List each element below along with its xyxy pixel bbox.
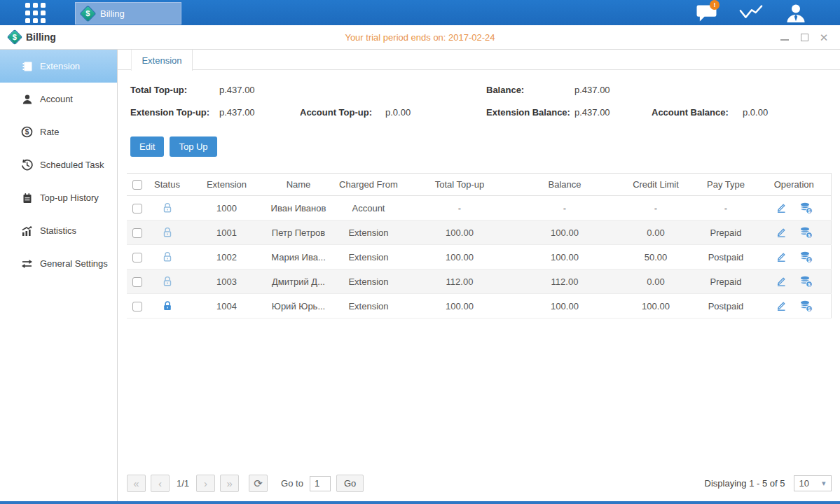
- table-row[interactable]: 1000Иван ИвановAccount----$: [127, 196, 831, 220]
- cell-charged-from: Extension: [330, 220, 407, 245]
- app-launcher-grid-icon[interactable]: [25, 3, 46, 23]
- lock-closed-icon: [162, 300, 173, 312]
- account-top-up-value: p.0.00: [385, 107, 486, 118]
- notifications-icon[interactable]: !: [694, 3, 718, 22]
- lock-open-icon: [162, 251, 173, 262]
- account-top-up-label: Account Top-up:: [300, 107, 385, 118]
- resource-monitor-icon[interactable]: [739, 3, 763, 22]
- cell-total-top-up: 112.00: [407, 270, 512, 294]
- svg-text:$: $: [808, 232, 811, 238]
- pagination-bar: « ‹ 1/1 › » ⟳ Go to Go Displaying 1 - 5 …: [127, 475, 832, 492]
- cell-balance: 100.00: [512, 220, 617, 245]
- cell-balance: 112.00: [512, 270, 617, 294]
- top-up-coins-icon[interactable]: $: [799, 300, 813, 312]
- cell-pay-type: Postpaid: [694, 294, 757, 318]
- svg-text:$: $: [25, 128, 29, 136]
- edit-button[interactable]: Edit: [130, 136, 164, 157]
- edit-pencil-icon[interactable]: [776, 300, 787, 312]
- sidebar-item-general-settings[interactable]: General Settings: [0, 247, 117, 280]
- col-status: Status: [148, 174, 186, 196]
- cell-extension: 1000: [186, 196, 267, 220]
- extension-top-up-value: p.437.00: [219, 107, 300, 118]
- person-icon: [21, 93, 33, 105]
- cell-total-top-up: -: [407, 196, 512, 220]
- extension-balance-value: p.437.00: [574, 107, 652, 118]
- close-icon[interactable]: ✕: [819, 32, 829, 42]
- col-balance: Balance: [512, 174, 617, 196]
- top-up-coins-icon[interactable]: $: [799, 227, 813, 239]
- window-title: Billing: [26, 31, 56, 43]
- cell-extension: 1001: [186, 220, 267, 245]
- edit-pencil-icon[interactable]: [776, 276, 787, 287]
- billing-diamond-dollar-icon: $: [7, 29, 23, 46]
- minimize-icon[interactable]: [780, 32, 790, 42]
- cell-credit-limit: 50.00: [617, 245, 694, 270]
- extension-table: Status Extension Name Charged From Total…: [127, 173, 832, 318]
- col-pay-type: Pay Type: [694, 174, 757, 196]
- row-checkbox[interactable]: [132, 253, 142, 262]
- col-credit-limit: Credit Limit: [617, 174, 694, 196]
- cell-extension: 1004: [186, 294, 267, 318]
- col-extension: Extension: [186, 174, 267, 196]
- table-row[interactable]: 1004Юрий Юрь...Extension100.00100.00100.…: [127, 294, 831, 318]
- sidebar-item-label: Account: [40, 94, 73, 104]
- row-checkbox[interactable]: [132, 277, 142, 287]
- user-account-icon[interactable]: [784, 3, 808, 22]
- top-up-coins-icon[interactable]: $: [799, 276, 813, 288]
- tab-extension[interactable]: Extension: [131, 50, 193, 71]
- top-up-coins-icon[interactable]: $: [799, 251, 813, 263]
- edit-pencil-icon[interactable]: [776, 202, 787, 214]
- goto-page-input[interactable]: [310, 476, 331, 491]
- sliders-icon: [21, 258, 33, 270]
- row-checkbox[interactable]: [132, 302, 142, 312]
- total-top-up-label: Total Top-up:: [130, 85, 219, 95]
- balance-value: p.437.00: [574, 85, 828, 95]
- table-row[interactable]: 1003Дмитрий Д...Extension112.00112.000.0…: [127, 270, 831, 294]
- svg-text:$: $: [808, 281, 811, 287]
- select-all-checkbox[interactable]: [132, 180, 142, 190]
- sidebar-item-extension[interactable]: Extension: [0, 50, 117, 83]
- maximize-icon[interactable]: [799, 32, 809, 42]
- lock-open-icon: [162, 227, 173, 238]
- table-header-row: Status Extension Name Charged From Total…: [127, 174, 831, 196]
- sidebar-item-label: Statistics: [40, 225, 76, 236]
- sidebar-item-label: General Settings: [40, 258, 108, 269]
- sidebar-item-top-up-history[interactable]: Top-up History: [0, 181, 117, 214]
- billing-summary: Total Top-up: p.437.00 Balance: p.437.00…: [130, 85, 828, 118]
- cell-extension: 1003: [186, 270, 267, 294]
- dollar-circle-icon: $: [21, 126, 33, 138]
- sidebar-item-account[interactable]: Account: [0, 83, 117, 115]
- edit-pencil-icon[interactable]: [776, 227, 787, 238]
- row-checkbox[interactable]: [132, 228, 142, 238]
- app-tab-billing[interactable]: $ Billing: [75, 2, 181, 24]
- col-charged-from: Charged From: [330, 174, 407, 196]
- cell-extension: 1002: [186, 245, 267, 270]
- cell-pay-type: -: [694, 196, 757, 220]
- journal-icon: [21, 60, 33, 72]
- refresh-icon[interactable]: ⟳: [249, 475, 268, 492]
- top-up-button[interactable]: Top Up: [170, 136, 216, 157]
- cell-pay-type: Prepaid: [694, 220, 757, 245]
- cell-credit-limit: 0.00: [617, 270, 694, 294]
- sidebar-item-scheduled-task[interactable]: Scheduled Task: [0, 148, 117, 181]
- cell-name: Иван Иванов: [267, 196, 330, 220]
- last-page-button[interactable]: »: [220, 475, 239, 492]
- cell-charged-from: Extension: [330, 270, 407, 294]
- cell-balance: 100.00: [512, 245, 617, 270]
- sidebar-item-statistics[interactable]: Statistics: [0, 214, 117, 247]
- cell-total-top-up: 100.00: [407, 294, 512, 318]
- row-checkbox[interactable]: [132, 204, 142, 214]
- next-page-button[interactable]: ›: [196, 475, 215, 492]
- edit-pencil-icon[interactable]: [776, 251, 787, 262]
- sidebar-item-rate[interactable]: $Rate: [0, 115, 117, 148]
- prev-page-button[interactable]: ‹: [151, 475, 170, 492]
- table-row[interactable]: 1002Мария Ива...Extension100.00100.0050.…: [127, 245, 831, 270]
- col-total-top-up: Total Top-up: [407, 174, 512, 196]
- first-page-button[interactable]: «: [127, 475, 146, 492]
- page-size-select[interactable]: 10 ▾: [794, 475, 832, 491]
- top-up-coins-icon[interactable]: $: [799, 202, 813, 214]
- sidebar-item-label: Extension: [40, 61, 80, 71]
- table-row[interactable]: 1001Петр ПетровExtension100.00100.000.00…: [127, 220, 831, 245]
- svg-text:$: $: [808, 306, 811, 312]
- go-button[interactable]: Go: [336, 475, 364, 492]
